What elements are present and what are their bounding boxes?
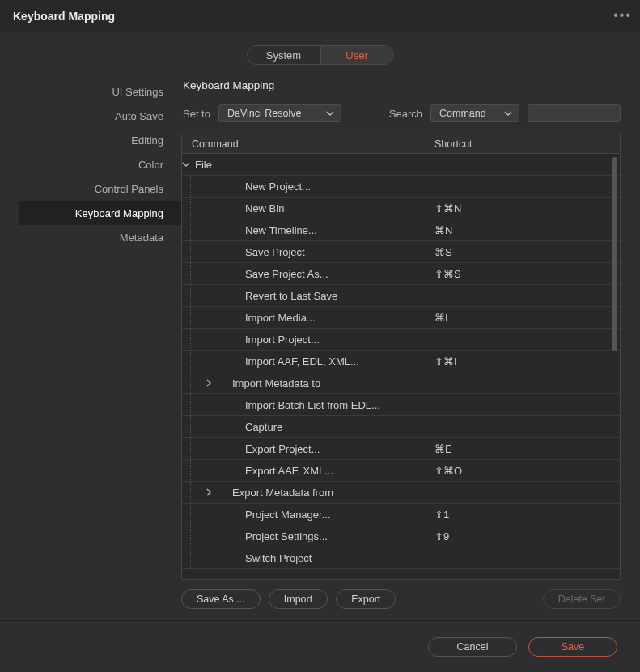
row-label: Export AAF, XML... — [232, 465, 333, 477]
sidebar-item-control-panels[interactable]: Control Panels — [19, 177, 181, 201]
table-row[interactable]: Revert to Last Save — [182, 285, 620, 307]
row-label: Switch Project — [232, 552, 312, 564]
sidebar-item-editing[interactable]: Editing — [19, 128, 181, 152]
row-label: New Project... — [232, 181, 311, 193]
table-row[interactable]: Import Batch List from EDL... — [182, 394, 620, 416]
command-table: Command Shortcut FileNew Project...New B… — [181, 134, 621, 580]
table-row[interactable]: Save Project As...⇧⌘S — [182, 263, 620, 285]
sidebar-item-keyboard-mapping[interactable]: Keyboard Mapping — [19, 201, 181, 225]
row-label: Export Metadata from — [232, 487, 333, 499]
scrollbar[interactable] — [612, 157, 617, 351]
tree-guide — [190, 394, 201, 416]
table-button-row: Save As ... Import Export Delete Set — [181, 589, 621, 609]
table-row[interactable]: Project Settings...⇧9 — [182, 525, 620, 547]
keyboard-mapping-window: Keyboard Mapping ••• System User UI Sett… — [0, 0, 640, 672]
main-area: UI Settings Auto Save Editing Color Cont… — [19, 79, 621, 609]
chevron-down-icon[interactable] — [182, 162, 190, 167]
row-label: Capture — [232, 421, 282, 433]
table-row[interactable]: Export AAF, XML...⇧⌘O — [182, 460, 620, 482]
tree-guide — [190, 219, 201, 241]
chevron-right-icon[interactable] — [206, 379, 211, 387]
table-row[interactable]: File — [182, 154, 620, 176]
table-row[interactable]: Import Media...⌘I — [182, 307, 620, 329]
table-row[interactable]: Import AAF, EDL, XML...⇧⌘I — [182, 351, 620, 372]
row-shortcut: ⇧1 — [434, 508, 620, 521]
search-input[interactable] — [528, 104, 621, 122]
save-as-button[interactable]: Save As ... — [181, 589, 261, 609]
delete-set-button: Delete Set — [543, 589, 621, 609]
sidebar-item-ui-settings[interactable]: UI Settings — [19, 79, 181, 104]
row-label: Project Settings... — [232, 530, 328, 542]
table-row[interactable]: New Project... — [182, 176, 620, 198]
tree-guide — [190, 547, 201, 569]
row-shortcut: ⇧⌘I — [434, 355, 620, 368]
row-shortcut: ⇧⌘S — [434, 268, 620, 280]
table-header: Command Shortcut — [182, 134, 620, 154]
content: Keyboard Mapping Set to DaVinci Resolve … — [181, 79, 621, 609]
table-row[interactable]: Save Project⌘S — [182, 241, 620, 263]
row-shortcut: ⌘N — [434, 224, 620, 236]
window-title: Keyboard Mapping — [13, 10, 115, 23]
save-button[interactable]: Save — [528, 637, 617, 657]
row-label: Revert to Last Save — [232, 290, 337, 302]
table-row[interactable]: New Bin⇧⌘N — [182, 198, 620, 219]
chevron-down-icon — [504, 111, 512, 116]
mode-toggle-row: System User — [19, 45, 621, 65]
cancel-button[interactable]: Cancel — [428, 637, 517, 657]
tree-guide — [190, 263, 201, 285]
tree-guide — [190, 351, 201, 372]
mode-segmented-control: System User — [247, 45, 394, 65]
table-row[interactable]: Export Metadata from — [182, 482, 620, 504]
user-tab[interactable]: User — [320, 46, 393, 64]
tree-guide — [190, 329, 201, 351]
row-shortcut: ⌘S — [434, 246, 620, 258]
footer: Cancel Save — [0, 620, 640, 672]
table-row[interactable]: New Timeline...⌘N — [182, 219, 620, 241]
chevron-down-icon — [326, 111, 334, 116]
table-row[interactable]: Export Project...⌘E — [182, 438, 620, 460]
search-label: Search — [389, 108, 422, 120]
row-label: Save Project — [232, 246, 305, 258]
tree-guide — [190, 372, 201, 394]
chevron-right-icon[interactable] — [206, 488, 211, 496]
table-row[interactable]: Capture — [182, 416, 620, 438]
header-command: Command — [182, 138, 434, 150]
table-row[interactable]: Import Project... — [182, 329, 620, 351]
row-label: Import Batch List from EDL... — [232, 399, 380, 411]
table-row[interactable]: Project Manager...⇧1 — [182, 504, 620, 525]
set-to-value: DaVinci Resolve — [227, 108, 301, 119]
tree-guide — [190, 482, 201, 504]
tree-guide — [190, 285, 201, 307]
row-label: Export Project... — [232, 443, 320, 455]
table-body: FileNew Project...New Bin⇧⌘NNew Timeline… — [182, 154, 620, 579]
export-button[interactable]: Export — [336, 589, 396, 609]
dialog-body: System User UI Settings Auto Save Editin… — [0, 32, 640, 620]
sidebar-item-auto-save[interactable]: Auto Save — [19, 104, 181, 128]
set-to-select[interactable]: DaVinci Resolve — [218, 104, 341, 122]
row-shortcut: ⇧⌘O — [434, 465, 620, 477]
tree-guide — [190, 416, 201, 438]
row-label: Project Manager... — [232, 508, 331, 521]
table-row[interactable]: Switch Project — [182, 547, 620, 569]
tree-guide — [190, 307, 201, 329]
tree-guide — [190, 438, 201, 460]
row-shortcut: ⇧⌘N — [434, 202, 620, 215]
row-label: Import Project... — [232, 334, 320, 346]
system-tab[interactable]: System — [248, 46, 320, 64]
tree-guide — [190, 504, 201, 525]
controls-row: Set to DaVinci Resolve Search Command — [181, 104, 621, 122]
row-shortcut: ⌘I — [434, 312, 620, 324]
sidebar-item-color[interactable]: Color — [19, 152, 181, 177]
search-mode-select[interactable]: Command — [430, 104, 519, 122]
sidebar: UI Settings Auto Save Editing Color Cont… — [19, 79, 181, 609]
more-icon[interactable]: ••• — [613, 8, 632, 23]
import-button[interactable]: Import — [269, 589, 328, 609]
row-shortcut: ⌘E — [434, 443, 620, 455]
table-row[interactable]: Import Metadata to — [182, 372, 620, 394]
set-to-label: Set to — [183, 108, 210, 120]
search-mode-value: Command — [439, 108, 486, 119]
row-label: Import Metadata to — [232, 377, 320, 389]
tree-guide — [190, 176, 201, 198]
tree-guide — [190, 198, 201, 219]
sidebar-item-metadata[interactable]: Metadata — [19, 225, 181, 249]
